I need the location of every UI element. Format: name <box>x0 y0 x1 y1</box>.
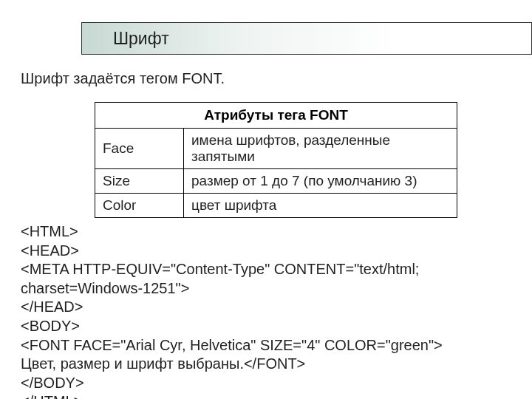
code-example: <HTML> <HEAD> <META HTTP-EQUIV="Content-… <box>21 222 511 399</box>
table-header: Атрибуты тега FONT <box>95 103 457 129</box>
title-bar: Шрифт <box>81 22 532 55</box>
table-row: Color цвет шрифта <box>95 194 457 218</box>
attr-desc: цвет шрифта <box>184 194 457 218</box>
content-area: Шрифт задаётся тегом FONT. Атрибуты тега… <box>21 70 511 399</box>
attr-name: Color <box>95 194 184 218</box>
attributes-table: Атрибуты тега FONT Face имена шрифтов, р… <box>95 102 457 218</box>
attr-name: Face <box>95 129 184 169</box>
intro-text: Шрифт задаётся тегом FONT. <box>21 70 511 87</box>
attr-desc: размер от 1 до 7 (по умолчанию 3) <box>184 169 457 194</box>
attr-desc: имена шрифтов, разделенные запятыми <box>184 129 457 169</box>
table-row: Face имена шрифтов, разделенные запятыми <box>95 129 457 169</box>
attr-name: Size <box>95 169 184 194</box>
page-title: Шрифт <box>113 29 169 49</box>
table-row: Size размер от 1 до 7 (по умолчанию 3) <box>95 169 457 194</box>
